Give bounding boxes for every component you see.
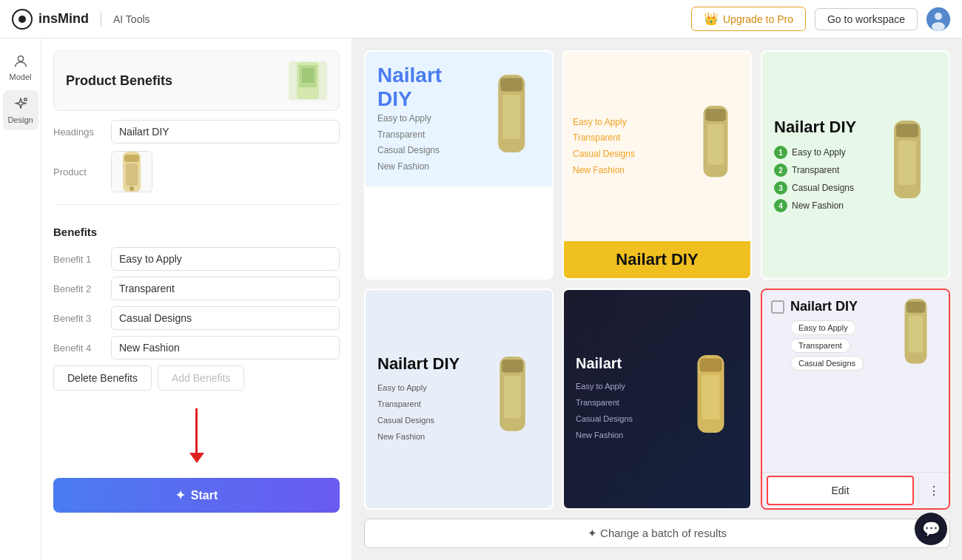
tpl2-bottom: Nailart DIY [564,241,750,278]
sidebar-item-model[interactable]: Model [3,47,38,87]
tpl2-product-image [690,106,741,187]
start-button[interactable]: ✦ Start [53,478,340,513]
product-benefits-card: Product Benefits [53,50,340,111]
svg-point-4 [932,22,945,31]
svg-rect-12 [126,163,138,186]
headings-label: Headings [53,126,105,138]
arrow-line [195,408,198,453]
benefit-input-3[interactable] [111,306,340,330]
sidebar-item-design[interactable]: Design [3,90,38,130]
tpl6-tag-1: Easy to Apply [790,320,856,335]
product-image-box[interactable] [111,151,152,192]
tpl3-num-3: 3 [774,181,787,195]
benefit-label-4: Benefit 4 [53,343,105,354]
benefit-input-4[interactable] [111,336,340,360]
template-card-3[interactable]: Nailart DIY 1 Easy to Apply 2 Transparen… [761,50,950,280]
headings-input[interactable] [111,120,340,144]
template-grid: Nailart DIY Easy to ApplyTransparentCasu… [364,50,950,510]
tpl1-title: Nailart DIY [377,64,477,111]
crown-icon: 👑 [704,12,719,26]
benefit-label-2: Benefit 2 [53,283,105,294]
logo-icon [12,9,33,30]
tpl3-left: Nailart DIY 1 Easy to Apply 2 Transparen… [774,118,872,212]
header-divider [101,12,101,27]
tpl3-num-1: 1 [774,146,787,159]
svg-rect-18 [705,109,726,121]
goto-workspace-button[interactable]: Go to workspace [815,8,918,30]
tpl1-benefits: Easy to ApplyTransparentCasual DesignsNe… [377,111,477,175]
upgrade-button[interactable]: 👑 Upgrade to Pro [691,7,806,31]
tpl3-item-3: 3 Casual Designs [774,181,872,195]
main-layout: Model Design Product Benefits [0,38,962,560]
tpl5-benefits: Easy to ApplyTransparentCasual DesignsNe… [576,378,677,443]
header-left: insMind AI Tools [12,9,150,30]
start-sparkle-icon: ✦ [175,488,185,502]
svg-rect-16 [503,95,521,139]
tpl4-left: Nailart DIY Easy to ApplyTransparentCasu… [377,354,479,445]
tpl1-product-image [483,75,540,163]
template-6-inner: Nailart DIY Easy to Apply Transparent Ca… [762,290,949,508]
benefit-label-3: Benefit 3 [53,313,105,324]
benefit-input-2[interactable] [111,277,340,300]
tpl5-left: Nailart Easy to ApplyTransparentCasual D… [576,355,677,443]
template-1-inner: Nailart DIY Easy to ApplyTransparentCasu… [366,52,552,186]
divider [53,204,340,205]
tpl3-title: Nailart DIY [774,118,872,137]
add-benefits-button[interactable]: Add Benefits [158,365,244,391]
start-label: Start [191,489,218,502]
user-avatar[interactable] [926,7,950,31]
tpl3-benefit-2: Transparent [792,165,839,175]
tpl3-benefit-4: New Fashion [792,200,844,211]
tpl5-title: Nailart [576,355,677,372]
template-card-4[interactable]: Nailart DIY Easy to ApplyTransparentCasu… [364,289,554,510]
edit-label: Edit [831,485,849,496]
template-card-1[interactable]: Nailart DIY Easy to ApplyTransparentCasu… [364,50,554,280]
tpl6-checkbox[interactable] [771,300,784,314]
tpl2-top: Easy to ApplyTransparentCasual DesignsNe… [564,52,750,241]
benefit-row-2: Benefit 2 [53,277,340,300]
svg-rect-28 [702,375,720,419]
benefit-input-1[interactable] [111,247,340,271]
change-batch-label: ✦ Change a batch of results [588,527,727,540]
app-logo-text: insMind [38,11,89,27]
svg-rect-19 [707,124,724,165]
tpl5-product-image [683,355,739,444]
svg-rect-22 [898,141,916,185]
tpl3-num-2: 2 [774,163,787,177]
tpl4-title: Nailart DIY [377,354,479,374]
tpl4-product-image [485,357,540,442]
tpl6-right: Nailart DIY Easy to Apply Transparent Ca… [790,299,886,371]
chat-button[interactable]: 💬 [915,513,947,545]
change-batch-button[interactable]: ✦ Change a batch of results [364,519,950,548]
template-card-2[interactable]: Easy to ApplyTransparentCasual DesignsNe… [562,50,752,280]
tpl1-content: Nailart DIY Easy to ApplyTransparentCasu… [377,64,477,175]
svg-rect-9 [302,68,314,83]
benefit-row-4: Benefit 4 [53,336,340,360]
template-card-5[interactable]: Nailart Easy to ApplyTransparentCasual D… [562,289,752,510]
benefit-row-1: Benefit 1 [53,247,340,271]
template-more-button[interactable]: ⋮ [918,476,949,505]
sidebar-model-label: Model [10,72,32,81]
svg-rect-31 [909,316,924,353]
tpl4-benefits: Easy to ApplyTransparentCasual DesignsNe… [377,379,479,445]
icon-sidebar: Model Design [0,38,41,560]
tpl2-benefits: Easy to ApplyTransparentCasual DesignsNe… [573,115,635,178]
content-area: Nailart DIY Easy to ApplyTransparentCasu… [352,38,962,560]
arrow-head [189,453,204,463]
svg-rect-24 [502,360,523,372]
delete-benefits-button[interactable]: Delete Benefits [53,365,152,391]
person-icon [13,53,29,70]
add-benefits-label: Add Benefits [172,372,230,384]
benefit-label-1: Benefit 1 [53,254,105,265]
svg-rect-15 [501,78,523,92]
tpl6-product-image [892,299,940,373]
upgrade-label: Upgrade to Pro [723,13,793,25]
delete-benefits-label: Delete Benefits [67,372,138,384]
svg-point-6 [24,98,27,101]
template-card-6[interactable]: Nailart DIY Easy to Apply Transparent Ca… [761,289,950,510]
template-edit-button[interactable]: Edit [767,476,914,505]
tpl3-benefit-3: Casual Designs [792,183,854,193]
tpl6-benefit-tags: Easy to Apply Transparent Casual Designs [790,320,886,371]
sidebar-design-label: Design [7,115,33,124]
benefits-buttons-row: Delete Benefits Add Benefits [53,365,340,391]
